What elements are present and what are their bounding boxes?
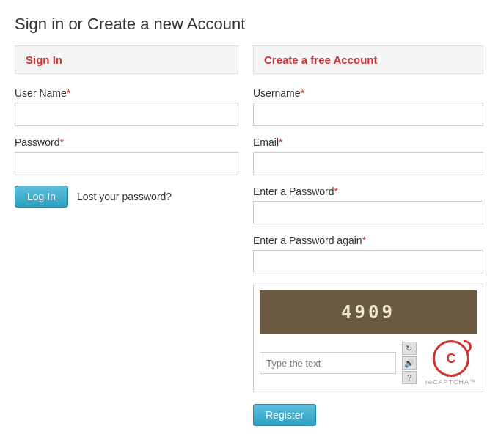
register-password-again-group: Enter a Password again* — [253, 235, 483, 273]
signin-password-group: Password* — [15, 136, 238, 175]
register-username-group: Username* — [253, 87, 483, 126]
signin-actions: Log In Lost your password? — [15, 186, 238, 208]
recaptcha-label: reCAPTCHA™ — [425, 378, 477, 386]
captcha-help-button[interactable]: ? — [402, 371, 417, 384]
register-username-label: Username* — [253, 87, 483, 99]
captcha-container: 4909 ↻ 🔊 ? C reCAPTCHA™ — [253, 284, 483, 392]
lost-password-link[interactable]: Lost your password? — [77, 191, 172, 202]
captcha-code: 4909 — [341, 302, 395, 323]
register-panel: Create a free Account Username* Email* E… — [253, 45, 483, 426]
signin-username-input[interactable] — [15, 103, 238, 126]
captcha-image: 4909 — [260, 290, 477, 334]
register-panel-header: Create a free Account — [253, 45, 483, 74]
signin-password-input[interactable] — [15, 152, 238, 175]
signin-panel-header: Sign In — [15, 45, 238, 74]
captcha-bottom-row: ↻ 🔊 ? C reCAPTCHA™ — [260, 340, 477, 386]
register-password-again-label: Enter a Password again* — [253, 235, 483, 246]
register-username-input[interactable] — [253, 103, 483, 126]
signin-panel-label: Sign In — [26, 54, 62, 66]
captcha-refresh-button[interactable]: ↻ — [402, 342, 417, 355]
register-email-group: Email* — [253, 136, 483, 175]
main-columns: Sign In User Name* Password* Log In Lost… — [15, 45, 483, 426]
register-email-input[interactable] — [253, 152, 483, 175]
captcha-controls: ↻ 🔊 ? — [402, 342, 417, 384]
signin-password-label: Password* — [15, 136, 238, 148]
signin-username-label: User Name* — [15, 87, 238, 99]
signin-username-group: User Name* — [15, 87, 238, 126]
register-email-label: Email* — [253, 136, 483, 148]
register-password-again-input[interactable] — [253, 250, 483, 273]
register-password-group: Enter a Password* — [253, 186, 483, 224]
register-password-input[interactable] — [253, 201, 483, 224]
recaptcha-icon: C — [433, 340, 469, 377]
register-panel-label: Create a free Account — [264, 54, 378, 66]
captcha-input[interactable] — [260, 352, 396, 374]
page-title: Sign in or Create a new Account — [15, 15, 483, 34]
register-password-label: Enter a Password* — [253, 186, 483, 197]
login-button[interactable]: Log In — [15, 186, 68, 208]
signin-panel: Sign In User Name* Password* Log In Lost… — [15, 45, 238, 426]
recaptcha-logo: C reCAPTCHA™ — [425, 340, 477, 386]
captcha-audio-button[interactable]: 🔊 — [402, 356, 417, 370]
register-button[interactable]: Register — [253, 404, 316, 426]
